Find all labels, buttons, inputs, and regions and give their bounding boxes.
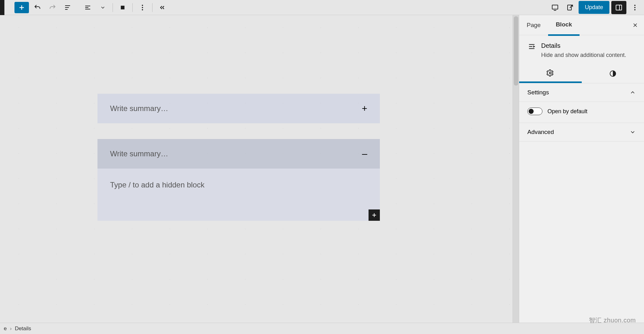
- block-info-card: Details Hide and show additional content…: [519, 35, 644, 64]
- settings-section-header[interactable]: Settings: [519, 83, 644, 102]
- undo-button[interactable]: [31, 1, 44, 14]
- settings-sidebar: Page Block Details Hide and show additio…: [519, 15, 644, 323]
- advanced-section-header[interactable]: Advanced: [519, 123, 644, 142]
- svg-rect-3: [65, 7, 69, 8]
- block-options-button[interactable]: [136, 1, 149, 14]
- svg-rect-12: [552, 5, 558, 9]
- hidden-block-placeholder[interactable]: Type / to add a hidden block: [97, 169, 380, 221]
- block-title: Details: [541, 42, 636, 49]
- redo-button[interactable]: [46, 1, 59, 14]
- list-view-button[interactable]: [61, 1, 74, 14]
- admin-menu-strip: [0, 0, 4, 15]
- svg-rect-14: [568, 5, 571, 10]
- styles-icon: [609, 70, 617, 77]
- expand-icon[interactable]: +: [362, 103, 367, 114]
- toolbar-divider: [152, 3, 153, 12]
- svg-point-18: [634, 7, 636, 8]
- open-by-default-toggle[interactable]: [527, 108, 542, 115]
- gear-icon: [547, 69, 554, 77]
- view-page-button[interactable]: [564, 1, 577, 14]
- breadcrumb-parent[interactable]: e: [4, 326, 7, 332]
- editor-body: Write summary… + Write summary… – Type /…: [0, 15, 644, 323]
- breadcrumb-separator-icon: ›: [10, 326, 12, 332]
- block-dropdown-button[interactable]: [96, 1, 109, 14]
- summary-placeholder[interactable]: Write summary…: [110, 104, 168, 113]
- breadcrumb-current[interactable]: Details: [15, 326, 31, 332]
- block-breadcrumb: e › Details: [0, 323, 644, 334]
- svg-rect-2: [65, 5, 70, 6]
- align-button[interactable]: [116, 1, 129, 14]
- svg-rect-8: [121, 6, 125, 9]
- editor-canvas-wrap: Write summary… + Write summary… – Type /…: [0, 15, 519, 323]
- svg-point-27: [549, 72, 551, 74]
- update-button[interactable]: Update: [579, 1, 609, 14]
- close-sidebar-button[interactable]: [630, 20, 640, 30]
- summary-placeholder[interactable]: Write summary…: [110, 149, 168, 158]
- subtab-styles[interactable]: [582, 64, 644, 83]
- chevron-up-icon: [630, 89, 636, 96]
- toolbar-divider: [132, 3, 133, 12]
- subtab-settings[interactable]: [519, 64, 582, 83]
- add-block-button[interactable]: [14, 2, 29, 13]
- settings-section-body: Open by default: [519, 102, 644, 123]
- sidebar-toggle-button[interactable]: [611, 1, 626, 14]
- sidebar-subtabs: [519, 64, 644, 83]
- settings-section-label: Settings: [527, 89, 549, 96]
- advanced-section-label: Advanced: [527, 129, 554, 136]
- toggle-knob: [529, 109, 534, 114]
- editor-canvas[interactable]: Write summary… + Write summary… – Type /…: [0, 15, 519, 323]
- svg-rect-15: [616, 5, 622, 10]
- preview-desktop-button[interactable]: [548, 1, 562, 14]
- toolbar-divider: [113, 3, 113, 12]
- details-block-icon: [527, 42, 536, 51]
- open-by-default-label: Open by default: [547, 108, 587, 115]
- svg-point-10: [142, 7, 143, 8]
- tab-block[interactable]: Block: [548, 15, 580, 36]
- svg-rect-4: [65, 9, 68, 10]
- vertical-scrollbar[interactable]: [513, 15, 519, 323]
- collapse-icon[interactable]: –: [362, 148, 367, 159]
- details-block-content-area[interactable]: Type / to add a hidden block: [97, 169, 380, 221]
- add-hidden-block-button[interactable]: [369, 209, 380, 221]
- svg-point-9: [142, 5, 143, 6]
- watermark-text: 智汇 zhuon.com: [589, 316, 636, 325]
- svg-point-17: [634, 5, 636, 6]
- svg-point-19: [634, 9, 636, 10]
- details-block-collapsed[interactable]: Write summary… +: [97, 94, 380, 123]
- block-description: Hide and show additional content.: [541, 52, 636, 58]
- scrollbar-thumb[interactable]: [514, 16, 518, 86]
- tab-page[interactable]: Page: [519, 15, 548, 35]
- collapse-toolbar-button[interactable]: [156, 1, 169, 14]
- more-options-button[interactable]: [628, 1, 641, 14]
- details-block-expanded-summary[interactable]: Write summary… –: [97, 139, 380, 169]
- sidebar-tabs: Page Block: [519, 15, 644, 35]
- editor-top-toolbar: Update: [0, 0, 644, 15]
- block-type-button[interactable]: [81, 1, 94, 14]
- chevron-down-icon: [630, 129, 636, 135]
- svg-point-11: [142, 9, 143, 10]
